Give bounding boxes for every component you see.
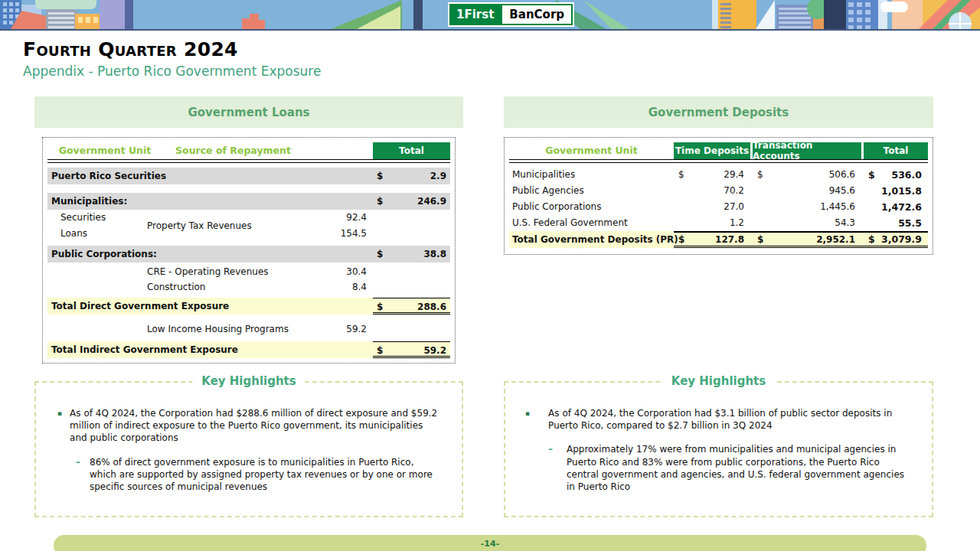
amount: 1,445.6 xyxy=(820,199,855,215)
row-amount: $ 288.6 xyxy=(373,298,450,315)
total-cell: 1,015.8 xyxy=(864,183,928,199)
currency: $ xyxy=(868,231,875,248)
column-header-total: Total xyxy=(373,142,450,159)
amount: 288.6 xyxy=(417,298,446,312)
amount: 2,952.1 xyxy=(816,231,855,248)
bullet-square-icon: ▪ xyxy=(57,407,62,445)
currency: $ xyxy=(868,167,875,183)
amount: 1,472.6 xyxy=(881,199,922,215)
slide: 1First BanCorp Fourth Quarter 2024 Appen… xyxy=(0,0,980,551)
bullet-text: As of 4Q 2024, the Corporation had $288.… xyxy=(70,407,442,445)
currency: $ xyxy=(757,231,763,248)
currency: $ xyxy=(377,342,383,356)
sub-bullet-text: 86% of direct government exposure is to … xyxy=(90,456,433,494)
table-row-cre: CRE - Operating Revenues 30.4 xyxy=(47,264,450,279)
footer-page-bar: -14- xyxy=(54,535,926,551)
table-row-public-agencies: Public Agencies 70.2 945.6 1,015.8 xyxy=(509,183,928,199)
amount: 1,015.8 xyxy=(881,183,922,199)
row-amount: $ 59.2 xyxy=(373,341,450,358)
table-row-municipalities-detail: Securities Loans Property Tax Revenues 9… xyxy=(47,210,450,242)
value: 8.4 xyxy=(300,279,367,295)
value: 154.5 xyxy=(300,226,367,242)
amount: 54.3 xyxy=(835,215,855,231)
row-label: Public Corporations: xyxy=(47,249,157,259)
bullet-item: ▪ As of 4Q 2024, the Corporation had $3.… xyxy=(525,407,912,432)
amount: 2.9 xyxy=(430,168,446,184)
currency: $ xyxy=(377,298,383,312)
government-deposits-panel-title: Government Deposits xyxy=(504,96,933,128)
row-amount: $ 246.9 xyxy=(373,193,450,210)
key-highlights-loans: Key Highlights ▪ As of 4Q 2024, the Corp… xyxy=(34,381,463,517)
transaction-accounts-cell: $ 2,952.1 xyxy=(753,231,861,248)
dash-icon: – xyxy=(548,443,553,493)
header-rule xyxy=(509,159,928,163)
row-label: Public Corporations xyxy=(509,201,601,212)
transaction-accounts-cell: 945.6 xyxy=(753,183,861,199)
total-cell: 1,472.6 xyxy=(864,199,928,215)
amount: 59.2 xyxy=(423,342,446,356)
source-of-repayment: CRE - Operating Revenues xyxy=(147,264,269,279)
value: 59.2 xyxy=(300,321,367,337)
source-of-repayment: Low Income Housing Programs xyxy=(147,321,289,337)
amount: 29.4 xyxy=(724,167,744,183)
currency: $ xyxy=(678,167,684,183)
loans-header-row: Government Unit Source of Repayment Tota… xyxy=(47,142,450,159)
table-row-municipalities: Municipalities: $ 246.9 xyxy=(47,193,450,210)
bullet-square-icon: ▪ xyxy=(525,407,530,432)
time-deposits-cell: 1.2 xyxy=(674,215,750,231)
government-loans-panel-title: Government Loans xyxy=(34,96,463,128)
amount: 127.8 xyxy=(715,231,744,248)
table-row-public-corporations: Public Corporations: $ 38.8 xyxy=(47,246,450,262)
table-row-public-corporations: Public Corporations 27.0 1,445.6 1,472.6 xyxy=(509,199,928,215)
government-loans-table: Government Unit Source of Repayment Tota… xyxy=(42,137,456,364)
row-label: U.S. Federal Government xyxy=(509,217,628,228)
currency: $ xyxy=(678,231,684,248)
currency: $ xyxy=(377,168,383,184)
row-label: Loans xyxy=(60,226,87,242)
amount: 246.9 xyxy=(417,193,446,210)
amount: 506.6 xyxy=(829,167,855,183)
source-of-repayment: Construction xyxy=(147,279,205,295)
header-rule xyxy=(47,159,450,163)
column-header-source-of-repayment: Source of Repayment xyxy=(162,145,304,156)
table-row-pr-securities: Puerto Rico Securities $ 2.9 xyxy=(47,168,450,184)
city-illustration-banner: 1First BanCorp xyxy=(0,0,980,31)
sub-bullet-item: – 86% of direct government exposure is t… xyxy=(57,456,442,494)
table-row-total-direct-exposure: Total Direct Government Exposure $ 288.6 xyxy=(47,298,450,315)
time-deposits-cell: $ 29.4 xyxy=(674,167,750,183)
row-label: Total Government Deposits (PR) xyxy=(509,234,678,245)
logo-first-segment: 1First xyxy=(449,4,501,25)
column-header-total: Total xyxy=(864,142,928,159)
value: 30.4 xyxy=(300,264,367,279)
table-row-us-federal-government: U.S. Federal Government 1.2 54.3 55.5 xyxy=(509,215,928,231)
time-deposits-cell: 27.0 xyxy=(674,199,750,215)
bullet-text: As of 4Q 2024, the Corporation had $3.1 … xyxy=(548,407,899,432)
amount: 3,079.9 xyxy=(881,231,922,248)
amount: 27.0 xyxy=(724,199,744,215)
table-row-municipalities: Municipalities $ 29.4 $ 506.6 $ 536.0 xyxy=(509,167,928,183)
total-cell: $ 536.0 xyxy=(864,167,928,183)
key-highlights-body: ▪ As of 4Q 2024, the Corporation had $28… xyxy=(36,383,462,493)
key-highlights-body: ▪ As of 4Q 2024, the Corporation had $3.… xyxy=(505,383,932,493)
amount: 536.0 xyxy=(891,167,922,183)
key-highlights-deposits: Key Highlights ▪ As of 4Q 2024, the Corp… xyxy=(504,381,933,517)
amount: 1.2 xyxy=(730,215,744,231)
row-label: Puerto Rico Securities xyxy=(47,171,166,181)
amount: 70.2 xyxy=(724,183,744,199)
page-title: Fourth Quarter 2024 xyxy=(23,38,238,60)
amount: 55.5 xyxy=(898,215,922,231)
column-header-government-unit: Government Unit xyxy=(47,145,162,156)
time-deposits-cell: 70.2 xyxy=(674,183,750,199)
table-row-construction: Construction 8.4 xyxy=(47,279,450,295)
table-row-total-indirect-exposure: Total Indirect Government Exposure $ 59.… xyxy=(47,341,450,358)
bullet-item: ▪ As of 4Q 2024, the Corporation had $28… xyxy=(57,407,442,445)
page-number: -14- xyxy=(481,539,499,549)
total-cell: 55.5 xyxy=(864,215,928,231)
sub-bullet-item: – Approximately 17% were from municipali… xyxy=(525,443,912,493)
transaction-accounts-cell: 54.3 xyxy=(753,215,861,231)
table-row-total-government-deposits: Total Government Deposits (PR) $ 127.8 $… xyxy=(509,231,928,248)
currency: $ xyxy=(377,193,383,210)
page-subtitle: Appendix - Puerto Rico Government Exposu… xyxy=(23,64,321,79)
row-label: Total Indirect Government Exposure xyxy=(47,344,238,355)
row-amount: $ 38.8 xyxy=(373,246,450,262)
